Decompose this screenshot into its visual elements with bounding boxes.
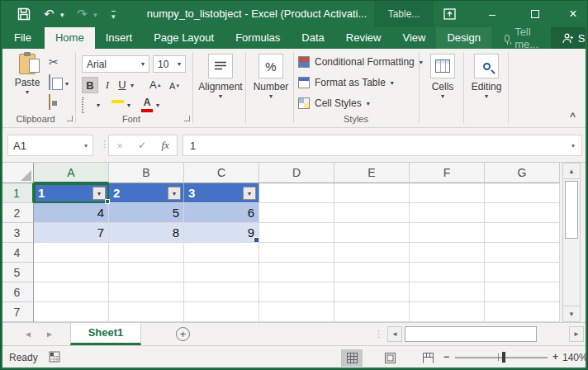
cell-d2[interactable] — [259, 203, 334, 223]
save-icon[interactable] — [17, 7, 31, 24]
filter-dropdown-c1[interactable]: ▾ — [243, 187, 256, 200]
column-header-b[interactable]: B — [109, 163, 184, 183]
scroll-down-icon[interactable]: ▼ — [563, 306, 580, 321]
cell-f7[interactable] — [410, 302, 485, 322]
copy-dropdown-icon[interactable]: ▾ — [65, 80, 69, 88]
column-header-c[interactable]: C — [184, 163, 259, 183]
increase-font-size-button[interactable]: A▲ — [149, 77, 162, 93]
cell-styles-button[interactable]: Cell Styles ▾ — [298, 97, 370, 109]
column-header-f[interactable]: F — [410, 163, 485, 183]
cell-a2[interactable]: 4 — [34, 203, 109, 223]
cell-g7[interactable] — [485, 302, 560, 322]
cell-a5[interactable] — [34, 263, 109, 282]
cell-e5[interactable] — [334, 263, 410, 282]
format-painter-button[interactable] — [49, 95, 50, 110]
tab-view[interactable]: View — [391, 27, 436, 49]
underline-dropdown-icon[interactable]: ▾ — [130, 82, 134, 89]
font-dialog-launcher-icon[interactable] — [184, 116, 190, 121]
cell-e2[interactable] — [334, 203, 410, 223]
table-resize-handle[interactable] — [254, 237, 258, 242]
cell-f4[interactable] — [410, 243, 485, 263]
fill-handle[interactable] — [105, 199, 110, 204]
tell-me-box[interactable]: Tell me... — [495, 27, 551, 49]
format-as-table-button[interactable]: Format as Table ▾ — [298, 77, 394, 88]
clipboard-dialog-launcher-icon[interactable] — [67, 116, 73, 121]
customize-qat-icon[interactable]: ▾ — [111, 11, 116, 21]
row-header-4[interactable]: 4 — [1, 243, 34, 263]
row-header-6[interactable]: 6 — [1, 282, 34, 302]
redo-dropdown-icon[interactable]: ▾ — [93, 11, 97, 19]
font-family-select[interactable]: Arial ▾ — [82, 55, 149, 73]
cell-b6[interactable] — [109, 282, 184, 302]
filter-dropdown-a1[interactable]: ▾ — [92, 187, 106, 200]
cell-c1[interactable]: 3 ▾ — [184, 183, 259, 203]
sheet-tab-sheet1[interactable]: Sheet1 — [70, 323, 141, 345]
scroll-up-icon[interactable]: ▲ — [563, 164, 580, 179]
vertical-scroll-thumb[interactable] — [565, 181, 578, 239]
cell-a3[interactable]: 7 — [34, 223, 109, 243]
tab-scroll-splitter[interactable]: ⋮ — [374, 329, 383, 339]
cell-d5[interactable] — [259, 263, 334, 282]
insert-function-icon[interactable]: fx — [161, 139, 168, 152]
close-button[interactable]: × — [561, 1, 586, 27]
cell-e3[interactable] — [334, 223, 410, 243]
cell-b3[interactable]: 8 — [109, 223, 184, 243]
copy-button[interactable] — [49, 75, 50, 90]
zoom-level[interactable]: 140% — [562, 352, 586, 363]
editing-button[interactable]: Editing ▾ — [467, 54, 506, 100]
paste-button[interactable]: Paste ▾ — [9, 54, 45, 96]
zoom-out-button[interactable]: − — [443, 351, 449, 363]
column-header-d[interactable]: D — [259, 163, 334, 183]
conditional-formatting-button[interactable]: Conditional Formatting ▾ — [298, 56, 423, 68]
cell-c6[interactable] — [184, 282, 259, 302]
font-color-dropdown-icon[interactable]: ▾ — [156, 102, 159, 109]
borders-button[interactable] — [82, 98, 83, 113]
tab-data[interactable]: Data — [291, 27, 334, 49]
cell-b2[interactable]: 5 — [109, 203, 184, 223]
formula-input[interactable]: 1 ▾ — [183, 135, 582, 156]
borders-dropdown-icon[interactable]: ▾ — [97, 102, 100, 109]
cell-b5[interactable] — [109, 263, 184, 282]
decrease-font-size-button[interactable]: A▼ — [169, 78, 180, 93]
share-button[interactable]: Share — [551, 27, 588, 49]
cell-f2[interactable] — [410, 203, 485, 223]
alignment-button[interactable]: Alignment ▾ — [197, 54, 244, 100]
row-header-3[interactable]: 3 — [1, 223, 34, 243]
bold-button[interactable]: B — [82, 77, 98, 93]
hscroll-left-icon[interactable]: ◄ — [387, 326, 402, 342]
cell-b7[interactable] — [109, 302, 184, 322]
cell-e6[interactable] — [334, 282, 410, 302]
zoom-in-button[interactable]: + — [552, 351, 558, 363]
undo-button[interactable]: ↶ — [44, 1, 55, 27]
cell-a4[interactable] — [34, 243, 109, 263]
maximize-button[interactable] — [523, 1, 548, 27]
sheet-prev-icon[interactable]: ◄ — [24, 323, 32, 345]
redo-button[interactable]: ↷ — [77, 1, 88, 27]
macro-record-icon[interactable] — [49, 351, 60, 365]
row-header-7[interactable]: 7 — [1, 302, 34, 322]
cell-g5[interactable] — [485, 263, 560, 282]
fill-color-dropdown-icon[interactable]: ▾ — [127, 102, 130, 109]
new-sheet-button[interactable]: + — [176, 327, 190, 341]
cell-e1[interactable] — [334, 183, 410, 203]
tab-insert[interactable]: Insert — [95, 27, 144, 49]
filter-dropdown-b1[interactable]: ▾ — [168, 187, 181, 200]
tab-review[interactable]: Review — [335, 27, 392, 49]
view-page-layout-button[interactable] — [379, 349, 401, 367]
row-header-5[interactable]: 5 — [1, 263, 34, 282]
tab-file[interactable]: File — [1, 27, 45, 49]
cell-f3[interactable] — [410, 223, 485, 243]
column-header-e[interactable]: E — [334, 163, 410, 183]
paste-dropdown-icon[interactable]: ▾ — [26, 88, 29, 96]
expand-formula-bar-icon[interactable]: ▾ — [571, 142, 575, 149]
cell-g2[interactable] — [485, 203, 560, 223]
cell-c4[interactable] — [184, 243, 259, 263]
cell-a1[interactable]: 1 ▾ — [34, 183, 109, 203]
horizontal-scroll-thumb[interactable] — [405, 326, 537, 342]
cell-g6[interactable] — [485, 282, 560, 302]
cell-c7[interactable] — [184, 302, 259, 322]
cell-g1[interactable] — [485, 183, 560, 203]
cell-c5[interactable] — [184, 263, 259, 282]
zoom-slider-track[interactable] — [455, 357, 548, 358]
cell-g3[interactable] — [485, 223, 560, 243]
